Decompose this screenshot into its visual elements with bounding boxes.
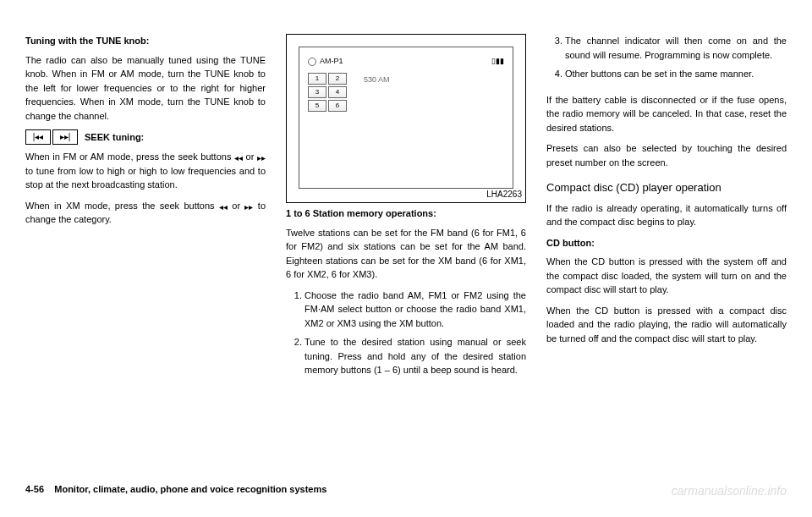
- steps-list-2: The channel indicator will then come on …: [546, 34, 787, 86]
- preset-2: 2: [328, 73, 347, 85]
- seek-tuning-label: SEEK tuning:: [85, 130, 144, 145]
- frequency-display: 530 AM: [364, 73, 390, 86]
- heading-tune-knob: Tuning with the TUNE knob:: [25, 34, 266, 48]
- heading-station-memory: 1 to 6 Station memory operations:: [286, 206, 526, 221]
- preset-3: 3: [308, 86, 326, 98]
- column-2: AM-P1 ▯▮▮ 1 2 3 4 5 6 530 AM LHA226: [286, 34, 526, 465]
- band-label: AM-P1: [320, 56, 343, 68]
- para-presets-touch: Presets can also be selected by touching…: [546, 141, 787, 169]
- signal-icon: ▯▮▮: [491, 56, 504, 68]
- page-number: 4-56: [25, 484, 44, 494]
- step-4: Other buttons can be set in the same man…: [565, 67, 787, 81]
- heading-cd-button: CD button:: [546, 236, 787, 250]
- column-1: Tuning with the TUNE knob: The radio can…: [25, 34, 266, 465]
- para-seek-xm: When in XM mode, press the seek buttons …: [25, 199, 266, 227]
- forward-icon: ▸▸: [257, 153, 266, 162]
- preset-1: 1: [308, 73, 326, 85]
- para-cd-auto: If the radio is already operating, it au…: [546, 201, 787, 229]
- text-fragment: When in XM mode, press the seek buttons: [25, 201, 219, 211]
- page-footer: 4-56 Monitor, climate, audio, phone and …: [25, 482, 787, 500]
- para-seek-fm-am: When in FM or AM mode, press the seek bu…: [25, 150, 266, 192]
- footer-left: 4-56 Monitor, climate, audio, phone and …: [25, 482, 326, 500]
- para-battery: If the battery cable is disconnected or …: [546, 93, 787, 135]
- step-1: Choose the radio band AM, FM1 or FM2 usi…: [304, 289, 526, 331]
- text-fragment: to tune from low to high or high to low …: [25, 166, 266, 190]
- para-cd-system-off: When the CD button is pressed with the s…: [546, 255, 787, 297]
- radio-screen-inner: AM-P1 ▯▮▮ 1 2 3 4 5 6 530 AM: [299, 47, 513, 189]
- text-fragment: When in FM or AM mode, press the seek bu…: [25, 151, 234, 162]
- seek-tuning-row: |◂◂ ▸▸| SEEK tuning:: [25, 129, 266, 145]
- rewind-icon: ◂◂: [234, 153, 243, 162]
- step-3: The channel indicator will then come on …: [565, 34, 787, 62]
- column-3: The channel indicator will then come on …: [546, 34, 787, 465]
- watermark: carmanualsonline.info: [672, 482, 787, 500]
- figure-header: AM-P1 ▯▮▮: [308, 56, 504, 68]
- para-tune-knob: The radio can also be manually tuned usi…: [25, 53, 266, 124]
- preset-5: 5: [308, 100, 326, 112]
- text-fragment: or: [246, 151, 257, 162]
- rewind-icon: ◂◂: [219, 201, 228, 211]
- seek-prev-icon: |◂◂: [25, 129, 51, 145]
- figure-caption: LHA2263: [486, 188, 522, 201]
- seek-next-icon: ▸▸|: [52, 129, 78, 145]
- preset-6: 6: [328, 100, 347, 112]
- forward-icon: ▸▸: [244, 201, 253, 211]
- radio-screen-figure: AM-P1 ▯▮▮ 1 2 3 4 5 6 530 AM LHA226: [286, 34, 526, 203]
- steps-list-1: Choose the radio band AM, FM1 or FM2 usi…: [286, 289, 526, 382]
- figure-logo: AM-P1: [308, 56, 343, 68]
- logo-icon: [308, 58, 316, 66]
- section-title: Monitor, climate, audio, phone and voice…: [54, 484, 326, 494]
- step-2: Tune to the desired station using manual…: [304, 335, 526, 377]
- text-fragment: or: [232, 201, 244, 211]
- para-cd-radio-playing: When the CD button is pressed with a com…: [546, 304, 787, 346]
- preset-buttons: 1 2 3 4 5 6: [308, 73, 347, 112]
- para-station-memory: Twelve stations can be set for the FM ba…: [286, 226, 526, 282]
- preset-grid: 1 2 3 4 5 6 530 AM: [308, 73, 504, 112]
- preset-4: 4: [328, 86, 347, 98]
- subheading-cd: Compact disc (CD) player operation: [546, 179, 787, 196]
